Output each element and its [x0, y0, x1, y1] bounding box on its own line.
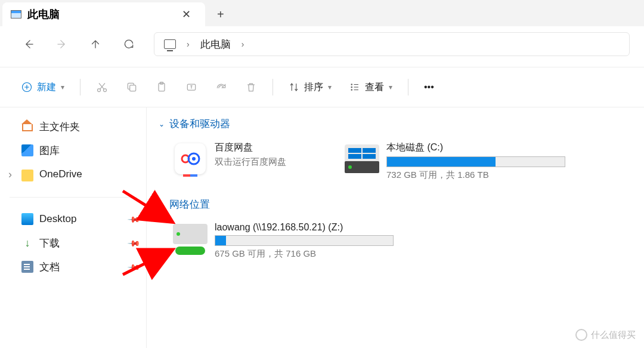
separator [408, 79, 408, 96]
sidebar-item-onedrive[interactable]: OneDrive [0, 162, 146, 186]
new-label: 新建 [37, 81, 56, 94]
chevron-down-icon: ▾ [328, 83, 332, 91]
watermark-icon [575, 329, 587, 341]
item-name: laowang (\\192.168.50.21) (Z:) [215, 222, 394, 233]
close-icon[interactable]: ✕ [178, 8, 194, 21]
chevron-down-icon: ▾ [389, 83, 392, 91]
refresh-button[interactable] [114, 32, 143, 56]
content-area: 主文件夹 图库 OneDrive Desktop 📌 ↓ 下载 📌 [0, 107, 644, 348]
up-button[interactable] [81, 32, 110, 56]
chevron-right-icon: › [242, 39, 244, 49]
section-label: 设备和驱动器 [169, 117, 230, 131]
cut-button[interactable] [89, 75, 115, 99]
breadcrumb-current[interactable]: 此电脑 [200, 38, 231, 51]
new-button[interactable]: 新建 ▾ [14, 75, 72, 99]
new-tab-button[interactable]: + [205, 2, 236, 26]
back-button[interactable] [14, 32, 43, 56]
watermark-text: 什么值得买 [591, 329, 636, 341]
more-button[interactable]: ••• [417, 75, 441, 99]
view-button[interactable]: 查看 ▾ [342, 75, 400, 99]
delete-button[interactable] [238, 75, 264, 99]
svg-rect-3 [130, 85, 136, 91]
pin-icon: 📌 [127, 260, 141, 273]
monitor-icon [11, 10, 21, 19]
item-sub: 双击运行百度网盘 [215, 156, 286, 168]
network-drive-icon [173, 224, 208, 255]
tab-this-pc[interactable]: 此电脑 ✕ [2, 2, 205, 26]
copy-button[interactable] [119, 75, 145, 99]
sidebar-item-desktop[interactable]: Desktop 📌 [0, 207, 146, 231]
document-icon [21, 261, 33, 273]
desktop-icon [21, 213, 33, 225]
item-status: 732 GB 可用，共 1.86 TB [386, 170, 565, 181]
pin-icon: 📌 [127, 236, 141, 250]
baidu-icon [175, 143, 206, 174]
pin-icon: 📌 [127, 212, 141, 226]
sidebar-label: Desktop [39, 213, 76, 225]
chevron-down-icon: ⌄ [159, 120, 165, 128]
watermark: 什么值得买 [575, 329, 636, 341]
home-icon [21, 121, 33, 133]
disk-usage-bar [215, 235, 394, 246]
sidebar-label: 文档 [39, 260, 60, 274]
gallery-icon [21, 144, 33, 156]
separator [10, 197, 137, 198]
sidebar-label: 下载 [39, 236, 60, 250]
sidebar-item-home[interactable]: 主文件夹 [0, 115, 146, 138]
sidebar-label: 主文件夹 [39, 120, 80, 134]
sidebar-item-documents[interactable]: 文档 📌 [0, 255, 146, 279]
chevron-down-icon: ⌄ [159, 201, 165, 209]
section-label: 网络位置 [169, 198, 210, 211]
chevron-right-icon: › [187, 39, 190, 49]
tab-title: 此电脑 [27, 7, 172, 21]
sidebar-label: OneDrive [39, 168, 82, 180]
sidebar-item-gallery[interactable]: 图库 [0, 138, 146, 162]
paste-button[interactable] [148, 75, 175, 99]
section-network[interactable]: ⌄ 网络位置 [159, 195, 632, 214]
item-name: 本地磁盘 (C:) [386, 141, 565, 154]
svg-point-12 [192, 157, 196, 161]
address-bar[interactable]: › 此电脑 › [154, 32, 630, 56]
main-panel: ⌄ 设备和驱动器 百度网盘 双击运行百度网盘 [147, 107, 644, 348]
svg-point-9 [351, 90, 352, 91]
item-name: 百度网盘 [215, 141, 286, 154]
forward-button[interactable] [48, 32, 76, 56]
download-icon: ↓ [21, 237, 33, 249]
view-label: 查看 [365, 81, 384, 94]
sidebar-label: 图库 [39, 144, 60, 158]
separator [273, 79, 273, 96]
sidebar: 主文件夹 图库 OneDrive Desktop 📌 ↓ 下载 📌 [0, 107, 147, 348]
rename-button[interactable] [178, 75, 205, 99]
sort-label: 排序 [304, 81, 323, 94]
disk-usage-bar [386, 156, 565, 167]
pc-icon [164, 39, 176, 49]
section-devices[interactable]: ⌄ 设备和驱动器 [159, 115, 632, 133]
item-status: 675 GB 可用，共 716 GB [215, 248, 394, 260]
tab-strip: 此电脑 ✕ + [0, 0, 644, 26]
chevron-down-icon: ▾ [61, 83, 64, 91]
item-zdisk[interactable]: laowang (\\192.168.50.21) (Z:) 675 GB 可用… [171, 220, 396, 262]
toolbar: 新建 ▾ 排序 ▾ 查看 ▾ ••• [0, 67, 644, 107]
sort-button[interactable]: 排序 ▾ [281, 75, 339, 99]
svg-point-7 [351, 84, 352, 85]
disk-icon [345, 144, 379, 173]
item-baidu[interactable]: 百度网盘 双击运行百度网盘 [171, 139, 289, 183]
share-button[interactable] [208, 75, 234, 99]
sidebar-item-downloads[interactable]: ↓ 下载 📌 [0, 231, 146, 255]
item-cdisk[interactable]: 本地磁盘 (C:) 732 GB 可用，共 1.86 TB [342, 139, 568, 183]
folder-icon [21, 170, 33, 181]
nav-bar: › 此电脑 › [0, 26, 644, 62]
separator [80, 79, 80, 96]
svg-point-8 [351, 87, 352, 88]
